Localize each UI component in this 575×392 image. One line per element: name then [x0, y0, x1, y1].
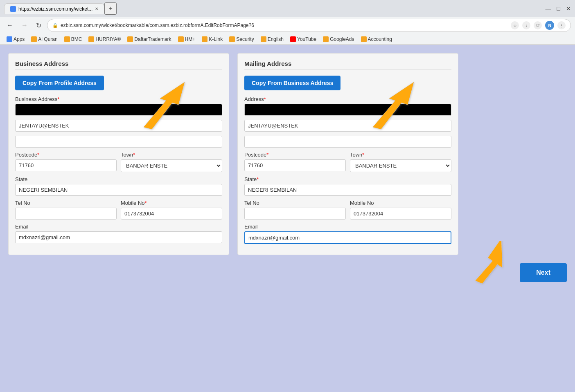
mailing-mobile-input[interactable] [350, 208, 451, 220]
mailing-postcode-input[interactable] [244, 159, 346, 171]
forward-button[interactable]: → [19, 21, 30, 30]
address-bar[interactable]: 🔒 ezbiz.ssm.com.my/wicket/bookmarkable/c… [47, 19, 571, 32]
mailing-postcode-label: Postcode* [244, 152, 346, 158]
business-address2-input[interactable] [15, 120, 222, 132]
bookmark-label: Apps [14, 36, 25, 42]
town-label: Town* [121, 152, 222, 158]
town-select[interactable]: BANDAR ENSTE [121, 159, 222, 172]
minimize-button[interactable]: — [546, 5, 551, 12]
tel-mobile-row: Tel No Mobile No* [15, 200, 222, 224]
bookmark-youtube[interactable]: YouTube [288, 36, 319, 43]
bookmark-label: HM+ [185, 36, 196, 42]
bookmark-alquran[interactable]: Al Quran [29, 36, 60, 43]
postcode-town-row: Postcode* Town* BANDAR ENSTE [15, 152, 222, 176]
bookmark-security[interactable]: Security [227, 36, 256, 43]
bookmark-daftar[interactable]: DaftarTrademark [125, 36, 174, 43]
mailing-email-label: Email [244, 224, 451, 230]
business-address-panel: Business Address Copy From Profile Addre… [8, 53, 229, 255]
mailing-address-title: Mailing Address [244, 60, 451, 70]
mailing-tel-label: Tel No [244, 200, 346, 206]
mailing-town-label: Town* [350, 152, 451, 158]
copy-from-business-button[interactable]: Copy From Business Address [244, 76, 340, 90]
bookmark-hm[interactable]: HM+ [176, 36, 198, 43]
state-label: State [15, 176, 222, 182]
mailing-address2-input[interactable] [244, 120, 451, 132]
tel-col: Tel No [15, 200, 117, 224]
download-icon[interactable]: ↓ [522, 21, 530, 29]
mailing-address-input[interactable] [244, 104, 451, 116]
mailing-tel-col: Tel No [244, 200, 346, 224]
next-button[interactable]: Next [520, 263, 567, 282]
bookmark-label: Security [236, 36, 254, 42]
mailing-address3-input[interactable] [244, 136, 451, 148]
bookmark-apps[interactable]: Apps [4, 36, 27, 43]
postcode-label: Postcode* [15, 152, 117, 158]
maximize-button[interactable]: □ [557, 5, 560, 12]
postcode-input[interactable] [15, 159, 117, 171]
address-bar-row: ← → ↻ 🔒 ezbiz.ssm.com.my/wicket/bookmark… [0, 17, 575, 34]
folder-icon [261, 36, 266, 42]
mailing-town-select[interactable]: BANDAR ENSTE [350, 159, 451, 172]
bookmarks-bar: Apps Al Quran BMC HURRIYA® DaftarTradema… [0, 34, 575, 45]
folder-icon [88, 36, 94, 42]
mailing-state-label: State* [244, 176, 451, 182]
tab-bar: https://ezbiz.ssm.com.my/wicket... ✕ + [4, 2, 117, 15]
folder-icon [202, 36, 207, 42]
reload-button[interactable]: ↻ [34, 21, 44, 30]
back-button[interactable]: ← [4, 21, 16, 30]
mailing-address-label: Address* [244, 96, 451, 102]
address-bar-icons: ☆ ↓ 🛡 N ⋮ [511, 21, 566, 30]
active-tab[interactable]: https://ezbiz.ssm.com.my/wicket... ✕ [4, 3, 104, 14]
bookmark-label: HURRIYA® [95, 36, 121, 42]
postcode-col: Postcode* [15, 152, 117, 176]
bookmark-english[interactable]: English [258, 36, 286, 43]
folder-icon [178, 36, 184, 42]
folder-icon [361, 36, 367, 42]
bookmark-googleads[interactable]: GoogleAds [320, 36, 356, 43]
star-icon[interactable]: ☆ [511, 21, 519, 29]
svg-marker-5 [469, 241, 508, 284]
close-button[interactable]: ✕ [566, 5, 571, 12]
apps-icon [7, 36, 12, 42]
profile-avatar[interactable]: N [545, 21, 554, 30]
mailing-mobile-label: Mobile No [350, 200, 451, 206]
state-input[interactable] [15, 184, 222, 196]
url-text: ezbiz.ssm.com.my/wicket/bookmarkable/com… [61, 22, 508, 28]
copy-from-profile-button[interactable]: Copy From Profile Address [15, 76, 104, 90]
bookmark-hurriya[interactable]: HURRIYA® [86, 36, 123, 43]
email-label: Email [15, 224, 222, 230]
tab-close-btn[interactable]: ✕ [95, 7, 98, 11]
bookmark-klink[interactable]: K-Link [199, 36, 225, 43]
tel-label: Tel No [15, 200, 117, 206]
folder-icon [31, 36, 37, 42]
new-tab-button[interactable]: + [104, 2, 116, 15]
email-input[interactable] [15, 231, 222, 243]
bookmark-label: BMC [71, 36, 82, 42]
bookmark-label: Al Quran [38, 36, 57, 42]
bookmark-label: DaftarTrademark [134, 36, 171, 42]
title-bar-left: https://ezbiz.ssm.com.my/wicket... ✕ + [4, 2, 117, 15]
mailing-town-col: Town* BANDAR ENSTE [350, 152, 451, 176]
mailing-postcode-col: Postcode* [244, 152, 346, 176]
menu-icon[interactable]: ⋮ [557, 21, 566, 29]
business-address3-input[interactable] [15, 136, 222, 148]
form-container: Business Address Copy From Profile Addre… [0, 45, 467, 263]
mailing-email-input[interactable] [244, 231, 451, 244]
bookmark-label: GoogleAds [330, 36, 354, 42]
folder-icon [323, 36, 329, 42]
mailing-state-input[interactable] [244, 184, 451, 196]
tab-favicon [10, 6, 16, 12]
business-address-input[interactable] [15, 104, 222, 116]
page-content: Business Address Copy From Profile Addre… [0, 45, 575, 392]
tel-input[interactable] [15, 208, 117, 220]
shield-icon[interactable]: 🛡 [534, 21, 542, 29]
mailing-postcode-town-row: Postcode* Town* BANDAR ENSTE [244, 152, 451, 176]
mailing-tel-input[interactable] [244, 208, 346, 220]
bookmark-bmc[interactable]: BMC [62, 36, 85, 43]
mobile-input[interactable] [121, 208, 222, 220]
business-address-field-group: Business Address* [15, 96, 222, 152]
business-address-title: Business Address [15, 60, 222, 70]
town-col: Town* BANDAR ENSTE [121, 152, 222, 176]
bookmark-label: English [268, 36, 284, 42]
bookmark-accounting[interactable]: Accounting [359, 36, 395, 43]
